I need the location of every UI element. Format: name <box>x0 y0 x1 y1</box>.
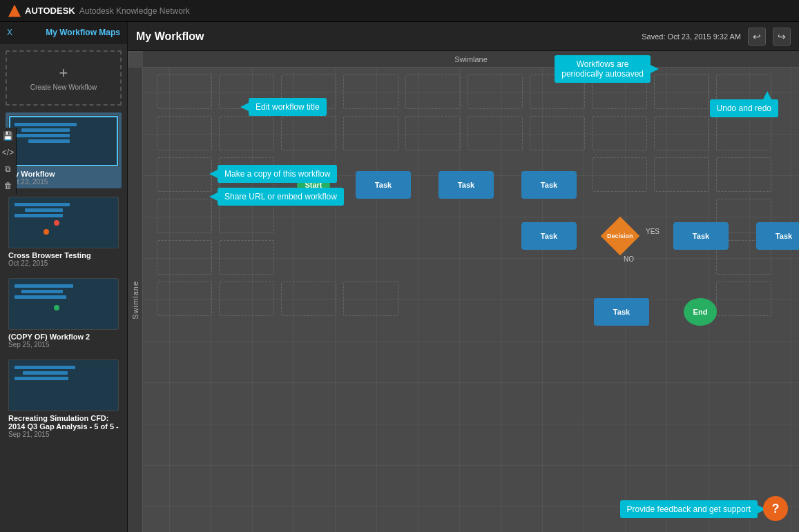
create-new-workflow-card[interactable]: + Create New Workflow <box>6 50 122 106</box>
thumb-line <box>15 366 75 369</box>
workflow-thumbnail <box>8 197 119 248</box>
task-node-3[interactable]: Task <box>521 171 577 199</box>
redo-button[interactable]: ↪ <box>773 28 791 46</box>
content-header: My Workflow Saved: Oct 23, 2015 9:32 AM … <box>128 22 799 51</box>
placeholder-box <box>219 157 274 192</box>
workflow-item-title: My Workflow <box>8 170 119 178</box>
app-logo-area: AUTODESK Autodesk Knowledge Network <box>8 5 190 17</box>
task-node-4[interactable]: Task <box>521 222 577 250</box>
delete-icon-button[interactable]: 🗑 <box>0 177 17 194</box>
yes-label: YES <box>646 228 660 235</box>
no-label: NO <box>624 255 634 263</box>
placeholder-box <box>343 75 398 109</box>
placeholder-box <box>157 240 212 275</box>
workflow-thumbnail <box>8 115 119 167</box>
thumb-line <box>21 290 63 293</box>
thumb-dot <box>54 305 59 311</box>
workflow-item-my-workflow[interactable]: My Workflow Oct 23, 2015 <box>6 112 122 188</box>
placeholder-box <box>654 116 709 150</box>
autodesk-logo-icon <box>8 5 21 17</box>
thumb-dot <box>44 229 49 235</box>
top-bar: AUTODESK Autodesk Knowledge Network <box>0 0 799 22</box>
placeholder-box <box>219 199 274 233</box>
task-node-1[interactable]: Task <box>356 171 411 199</box>
embed-icon-button[interactable]: </> <box>0 144 17 161</box>
task-node-2[interactable]: Task <box>439 171 494 199</box>
placeholder-box <box>219 75 274 109</box>
placeholder-box <box>468 116 523 150</box>
undo-button[interactable]: ↩ <box>748 28 766 46</box>
placeholder-box <box>281 282 336 316</box>
placeholder-box <box>157 116 212 150</box>
placeholder-box <box>343 282 398 316</box>
sidebar-close-button[interactable]: X <box>7 28 12 37</box>
feedback-button[interactable]: ? <box>763 496 788 521</box>
placeholder-box <box>219 282 274 316</box>
main-layout: X My Workflow Maps + Create New Workflow <box>0 22 799 532</box>
placeholder-box <box>468 75 523 109</box>
thumb-line <box>15 134 70 137</box>
placeholder-box <box>716 282 771 316</box>
placeholder-box <box>716 116 771 150</box>
placeholder-box <box>219 240 274 275</box>
create-new-label: Create New Workflow <box>30 83 97 91</box>
workflow-thumbnail <box>8 278 119 330</box>
decision-node[interactable]: Decision <box>597 222 643 250</box>
placeholder-box <box>157 282 212 316</box>
start-node[interactable]: Start <box>297 171 330 199</box>
autosave-info: Saved: Oct 23, 2015 9:32 AM <box>642 32 741 41</box>
copy-icon-button[interactable]: ⧉ <box>0 161 17 177</box>
thumb-line <box>15 295 66 299</box>
placeholder-box <box>157 157 212 192</box>
swimlane-label: Swimlane <box>128 68 143 532</box>
feedback-callout: Provide feedback and get support <box>620 500 758 518</box>
workflow-item-date: Sep 21, 2015 <box>8 431 119 438</box>
placeholder-box <box>530 116 585 150</box>
placeholder-box <box>592 116 647 150</box>
thumb-line <box>21 128 70 132</box>
end-node-2[interactable]: End <box>684 298 717 326</box>
thumb-lines <box>15 366 75 380</box>
canvas-area: Swimlane Swimlane <box>128 51 799 532</box>
thumb-line <box>15 123 77 126</box>
placeholder-box <box>592 157 647 192</box>
task-node-7[interactable]: Task <box>594 298 649 326</box>
placeholder-box <box>716 157 771 192</box>
thumb-line <box>15 377 68 380</box>
workflow-item-title: Recreating Simulation CFD: 2014 Q3 Gap A… <box>8 414 119 431</box>
thumb-lines <box>15 123 77 143</box>
placeholder-box <box>405 75 461 109</box>
workflow-item-copy-workflow2[interactable]: (COPY OF) Workflow 2 Sep 25, 2015 <box>6 275 122 351</box>
sidebar-title: My Workflow Maps <box>46 28 120 37</box>
thumb-dot <box>54 220 59 226</box>
sidebar-list: + Create New Workflow My Workflow Oct 23… <box>0 43 127 532</box>
workflow-item-cross-browser[interactable]: Cross Browser Testing Oct 22, 2015 <box>6 194 122 270</box>
workflow-item-date: Oct 23, 2015 <box>8 178 119 186</box>
thumb-lines <box>15 203 70 217</box>
sidebar-icons: 💾 </> ⧉ 🗑 <box>0 128 17 194</box>
placeholder-box <box>716 75 771 109</box>
thumb-lines <box>15 284 73 299</box>
workflow-title[interactable]: My Workflow <box>136 30 635 43</box>
placeholder-box <box>343 116 398 150</box>
placeholder-box <box>530 75 585 109</box>
placeholder-box <box>281 75 336 109</box>
save-icon-button[interactable]: 💾 <box>0 128 17 144</box>
placeholder-box <box>281 116 336 150</box>
thumb-line <box>15 284 73 288</box>
workflow-item-recreating-sim[interactable]: Recreating Simulation CFD: 2014 Q3 Gap A… <box>6 357 122 441</box>
content-area: My Workflow Saved: Oct 23, 2015 9:32 AM … <box>128 22 799 532</box>
placeholder-box <box>592 75 647 109</box>
sidebar-header: X My Workflow Maps <box>0 22 127 43</box>
workflow-item-date: Oct 22, 2015 <box>8 259 119 267</box>
app-brand: AUTODESK <box>25 6 75 16</box>
placeholder-box <box>157 199 212 233</box>
placeholder-box <box>157 75 212 109</box>
thumb-line <box>15 214 63 217</box>
task-node-6[interactable]: Task <box>756 222 799 250</box>
task-node-5[interactable]: Task <box>673 222 729 250</box>
thumb-line <box>15 203 70 206</box>
sidebar: X My Workflow Maps + Create New Workflow <box>0 22 128 532</box>
thumb-line <box>25 208 63 212</box>
swimlane-top-label: Swimlane <box>143 51 799 68</box>
